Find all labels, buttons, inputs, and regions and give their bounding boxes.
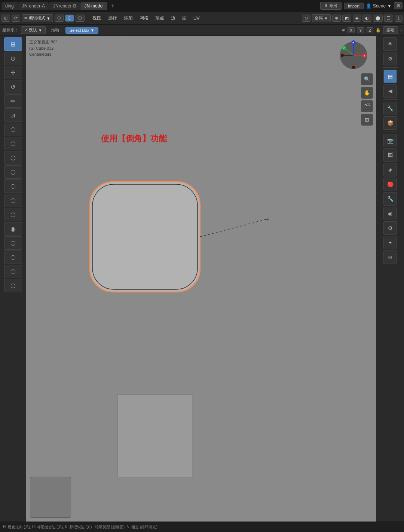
scene-icon: 👤	[366, 3, 371, 9]
proportional-edit-btn[interactable]: ⊙	[302, 15, 310, 22]
shading-solid-btn[interactable]: ⬤	[373, 15, 383, 22]
menu-vertex[interactable]: 顶点	[152, 14, 167, 22]
tool-shrink[interactable]: ⬡	[4, 250, 22, 264]
extra-settings[interactable]: ☰	[384, 15, 393, 22]
rp-particles-icon: ✦	[388, 240, 392, 246]
select-box-dropdown-icon: ▼	[90, 28, 94, 33]
rp-scene-btn[interactable]: 🔴	[383, 178, 397, 191]
view-global-btn[interactable]: 全局 ▼	[312, 14, 331, 22]
camera-nav-btn[interactable]: 🎬	[361, 100, 373, 112]
axis-z-btn[interactable]: Z	[367, 27, 374, 33]
overlay-btn[interactable]: ◩	[342, 15, 351, 22]
tool-loop-cut[interactable]: ⬡	[4, 165, 22, 179]
rp-active-btn[interactable]: ▤	[383, 70, 397, 83]
tool-select-box[interactable]: ⊞	[4, 37, 22, 51]
viewport-shapes-svg: +	[26, 36, 376, 522]
window-controls[interactable]: ⊠	[394, 2, 403, 9]
pan-nav-btn[interactable]: ✋	[361, 87, 373, 99]
rp-render-btn[interactable]: 📷	[383, 134, 397, 147]
edge-mode-btn[interactable]: ⬡	[65, 15, 74, 22]
tab-jnrender-a[interactable]: JNrender-A	[18, 2, 49, 10]
scene-expand-icon: ▼	[387, 3, 392, 9]
export-label: 导出	[329, 3, 337, 9]
toolbar-collapse[interactable]: ᛦ	[395, 15, 403, 22]
global-label: 全局	[315, 15, 323, 21]
rp-output-icon: 🖼	[388, 152, 393, 158]
tool-knife[interactable]: ⬡	[4, 179, 22, 193]
rp-world-btn[interactable]: 🔧	[383, 192, 397, 206]
face-mode-btn[interactable]: ⬡	[76, 15, 85, 22]
tool-draw[interactable]: ✏	[4, 94, 22, 108]
tab-jn-model[interactable]: JN-model	[80, 2, 107, 10]
rp-object-btn[interactable]: ◉	[383, 207, 397, 220]
menu-view[interactable]: 视图	[89, 14, 104, 22]
tool-spin[interactable]: ⬡	[4, 208, 22, 221]
tool-measure[interactable]: ⊿	[4, 108, 22, 122]
axis-x-btn[interactable]: X	[348, 27, 355, 33]
magnet-btn[interactable]: ⊕	[332, 15, 341, 22]
tab-ding[interactable]: ding	[1, 2, 18, 10]
menu-mesh[interactable]: 网格	[137, 14, 152, 22]
rp-output-btn[interactable]: 🖼	[383, 148, 397, 162]
tool-bevel[interactable]: ⬡	[4, 151, 22, 164]
select-box-button[interactable]: Select Box ▼	[65, 27, 98, 34]
menu-add[interactable]: 添加	[121, 14, 136, 22]
tab-add-button[interactable]: +	[108, 2, 117, 10]
viewport[interactable]: 正交顶视图 90° (S) Cube.032 Centimeters Y	[26, 36, 376, 522]
rp-physics-btn[interactable]: ⊛	[383, 250, 397, 264]
tool-poly-build[interactable]: ⬡	[4, 194, 22, 207]
transform-orientations[interactable]: ⟳	[12, 15, 20, 22]
axis-y-btn[interactable]: Y	[357, 27, 364, 33]
rp-particles-btn[interactable]: ✦	[383, 236, 397, 249]
export-button[interactable]: ⬆ 导出	[320, 2, 342, 10]
rp-modifier-btn[interactable]: ⚙	[383, 221, 397, 235]
options-button[interactable]: 选项	[383, 26, 398, 34]
tab-right-actions: ⬆ 导出 Import 👤 Scene ▼ ⊠	[320, 2, 403, 10]
menu-select[interactable]: 选择	[105, 14, 120, 22]
zoom-nav-btn[interactable]: 🔍	[361, 73, 373, 85]
left-toolbar: ⊞ ⊙ ✛ ↺ ✏ ⊿ ⬡ ⬡ ⬡ ⬡ ⬡ ⬡ ⬡ ◉ ⬡ ⬡ ⬡ ⬡	[0, 36, 26, 522]
grid-nav-btn[interactable]: ⊞	[361, 114, 373, 126]
rp-world-icon: 🔧	[387, 196, 394, 202]
rp-tools-btn[interactable]: 🔧	[383, 102, 397, 115]
coord-toolbar: 坐标系： ↗ 默认 ▼ 拖动： Select Box ▼ ⊕ X Y Z 🔒 选…	[0, 25, 404, 36]
import-button[interactable]: Import	[344, 3, 364, 9]
rp-collapse-btn[interactable]: ◀	[383, 84, 397, 98]
tool-inset[interactable]: ⬡	[4, 137, 22, 150]
rp-item-btn[interactable]: 📦	[383, 116, 397, 130]
scene-label: Scene	[373, 3, 386, 9]
menu-uv[interactable]: UV	[190, 15, 203, 22]
mode-icon: ✏	[24, 16, 28, 21]
menu-face[interactable]: 面	[179, 14, 190, 22]
shading-btn[interactable]: ◐	[362, 15, 371, 22]
rp-collapse-icon: ◀	[388, 88, 392, 94]
viewport-info: 正交顶视图 90° (S) Cube.032 Centimeters	[29, 39, 57, 58]
tool-extrude[interactable]: ⬡	[4, 123, 22, 136]
tool-cursor[interactable]: ⊙	[4, 52, 22, 65]
tool-smooth[interactable]: ◉	[4, 222, 22, 236]
viewport-nav-buttons: 🔍 ✋ 🎬 ⊞	[361, 73, 373, 126]
coord-icon: ↗	[24, 28, 28, 33]
tool-rip[interactable]: ⬡	[4, 279, 22, 292]
menu-edge[interactable]: 边	[168, 14, 178, 22]
scene-selector[interactable]: 👤 Scene ▼	[366, 3, 392, 9]
tool-move[interactable]: ✛	[4, 66, 22, 79]
rp-view-btn[interactable]: 👁	[383, 37, 397, 51]
lock-icon: 🔒	[376, 28, 381, 33]
coord-system-selector[interactable]: ↗ 默认 ▼	[21, 26, 46, 34]
coord-dropdown-icon: ▼	[38, 28, 42, 33]
tool-shear[interactable]: ⬡	[4, 265, 22, 278]
select-mode-icon: ⊞	[4, 16, 7, 21]
rp-sep3	[383, 132, 398, 132]
mode-selector[interactable]: ✏ 编辑模式 ▼	[22, 14, 53, 22]
nav-gizmo[interactable]: Y Z X	[339, 40, 368, 70]
rp-settings-btn[interactable]: ⚙	[383, 52, 397, 65]
tool-edge-slide[interactable]: ⬡	[4, 236, 22, 250]
tool-mode-icon-btn[interactable]: ⊞	[1, 15, 10, 22]
rp-viewlayer-btn[interactable]: ◈	[383, 163, 397, 176]
tab-jnrender-b[interactable]: JNrender-B	[49, 2, 80, 10]
xray-btn[interactable]: ◈	[353, 15, 361, 22]
rp-viewlayer-icon: ◈	[388, 167, 392, 173]
tool-rotate[interactable]: ↺	[4, 80, 22, 93]
vertex-mode-btn[interactable]: ⬡	[55, 15, 64, 22]
